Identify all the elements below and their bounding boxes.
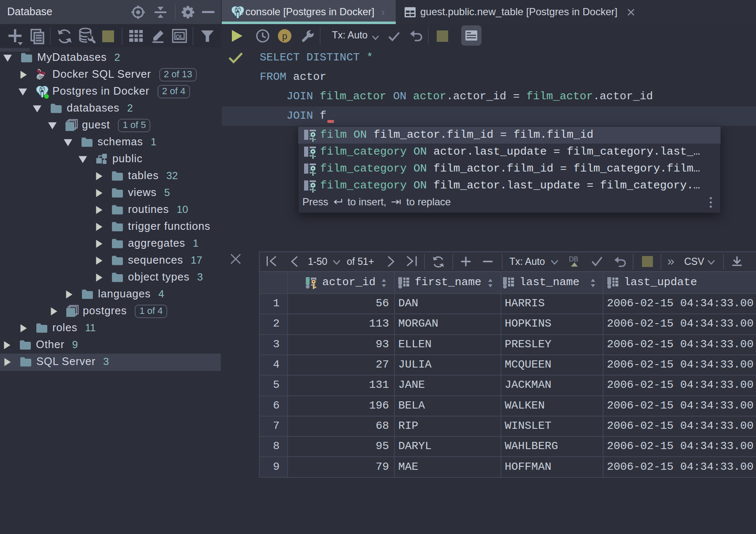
svg-text:p: p — [282, 31, 287, 41]
svg-text:DB: DB — [569, 256, 578, 263]
svg-text:QL: QL — [176, 33, 183, 40]
